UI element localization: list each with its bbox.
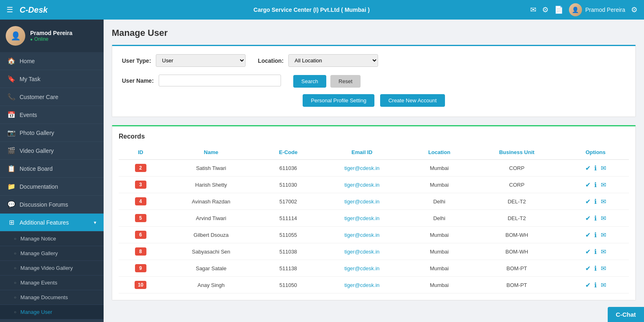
location-label: Location: [258, 57, 283, 64]
sidebar-item-events[interactable]: 📅 Events [0, 106, 104, 124]
sidebar-item-manage-video-gallery[interactable]: Manage Video Gallery [0, 261, 104, 276]
email-icon[interactable]: ✉ [601, 181, 606, 188]
sidebar-item-manage-documents[interactable]: Manage Documents [0, 290, 104, 305]
sidebar-avatar: 👤 [6, 26, 25, 46]
cell-bu: BOM-PT [471, 260, 562, 277]
sidebar-item-customer-care[interactable]: 📞 Customer Care [0, 88, 104, 106]
table-wrapper: ID Name E-Code Email ID Location Busines… [119, 145, 629, 293]
cell-id: 6 [119, 227, 162, 243]
cell-bu: CORP [471, 160, 562, 176]
table-row: 6 Gilbert Dsouza 511055 tiger@cdesk.in M… [119, 227, 629, 243]
filter-buttons: Search Reset [293, 75, 361, 88]
cell-id: 2 [119, 160, 162, 176]
gear-icon[interactable]: ⚙ [542, 5, 549, 14]
cell-options: ✔ ℹ ✉ [562, 193, 629, 210]
table-row: 5 Arvind Tiwari 511114 tiger@cdesk.in De… [119, 210, 629, 227]
verify-icon[interactable]: ✔ [585, 232, 591, 238]
sidebar-item-notice-board[interactable]: 📋 Notice Board [0, 160, 104, 178]
col-bu: Business Unit [471, 145, 562, 160]
submenu-label: Manage Notice [20, 236, 56, 242]
cell-id: 3 [119, 176, 162, 193]
cell-ecode: 511038 [260, 243, 317, 260]
cell-name: Avinash Razdan [162, 193, 259, 210]
email-icon[interactable]: ✉ [601, 248, 606, 255]
cell-options: ✔ ℹ ✉ [562, 277, 629, 293]
action-buttons: Personal Profile Setting Create New Acco… [122, 94, 626, 107]
cell-email: tiger@cdesk.in [317, 277, 407, 293]
sidebar-item-photo-gallery[interactable]: 📷 Photo Gallery [0, 124, 104, 142]
sidebar-username: Pramod Pereira [30, 30, 73, 36]
sidebar-item-manage-events[interactable]: Manage Events [0, 276, 104, 290]
verify-icon[interactable]: ✔ [585, 282, 591, 289]
sidebar-item-manage-user[interactable]: Manage User [0, 305, 104, 320]
email-icon[interactable]: ✉ [601, 282, 606, 289]
cell-id: 5 [119, 210, 162, 227]
email-icon[interactable]: ✉ [601, 265, 606, 272]
brand-area: ☰ C-Desk [7, 5, 93, 15]
sidebar-nav: 🏠 Home 🔖 My Task 📞 Customer Care 📅 Event… [0, 52, 104, 322]
sidebar-item-home[interactable]: 🏠 Home [0, 52, 104, 70]
info-icon[interactable]: ℹ [594, 282, 597, 289]
mail-icon[interactable]: ✉ [530, 5, 536, 14]
filter-location: Location: All Location Mumbai Delhi Chen… [258, 54, 378, 67]
info-icon[interactable]: ℹ [594, 248, 597, 255]
sidebar-item-label: Events [20, 112, 37, 118]
verify-icon[interactable]: ✔ [585, 215, 591, 222]
info-icon[interactable]: ℹ [594, 165, 597, 172]
email-icon[interactable]: ✉ [601, 165, 606, 172]
doc-icon[interactable]: 📄 [554, 5, 563, 14]
sidebar-submenu: Manage Notice Manage Gallery Manage Vide… [0, 232, 104, 320]
info-icon[interactable]: ℹ [594, 198, 597, 205]
sidebar-item-my-task[interactable]: 🔖 My Task [0, 70, 104, 88]
email-icon[interactable]: ✉ [601, 215, 606, 222]
user-type-select[interactable]: User Admin All [156, 54, 246, 67]
avatar: 👤 [569, 3, 582, 16]
email-icon[interactable]: ✉ [601, 198, 606, 205]
sidebar-item-video-gallery[interactable]: 🎬 Video Gallery [0, 142, 104, 160]
info-icon[interactable]: ℹ [594, 232, 597, 238]
top-settings-icon[interactable]: ⚙ [631, 5, 637, 14]
personal-profile-button[interactable]: Personal Profile Setting [303, 94, 374, 107]
hamburger-icon[interactable]: ☰ [7, 5, 13, 14]
cell-location: Mumbai [407, 260, 471, 277]
sidebar-item-additional-features[interactable]: ⊞ Additional Features ▾ [0, 214, 104, 232]
sidebar-item-documentation[interactable]: 📁 Documentation [0, 178, 104, 196]
cell-email: tiger@cdesk.in [317, 193, 407, 210]
sidebar-item-discussion-forums[interactable]: 💬 Discussion Forums [0, 196, 104, 214]
create-account-button[interactable]: Create New Account [380, 94, 445, 107]
location-select[interactable]: All Location Mumbai Delhi Chennai [288, 54, 378, 67]
verify-icon[interactable]: ✔ [585, 165, 591, 172]
sidebar-item-manage-gallery[interactable]: Manage Gallery [0, 246, 104, 261]
cell-name: Sagar Satale [162, 260, 259, 277]
filter-user-name: User Name: [122, 75, 281, 86]
verify-icon[interactable]: ✔ [585, 248, 591, 255]
table-row: 3 Harish Shetty 511030 tiger@cdesk.in Mu… [119, 176, 629, 193]
verify-icon[interactable]: ✔ [585, 181, 591, 188]
cell-bu: DEL-T2 [471, 193, 562, 210]
table-row: 2 Satish Tiwari 611036 tiger@cdesk.in Mu… [119, 160, 629, 176]
submenu-label: Manage Documents [20, 294, 68, 300]
video-icon: 🎬 [7, 147, 15, 154]
cell-name: Gilbert Dsouza [162, 227, 259, 243]
verify-icon[interactable]: ✔ [585, 198, 591, 205]
username-label: Pramod Pereira [585, 7, 625, 13]
cell-location: Delhi [407, 193, 471, 210]
sidebar: 👤 Pramod Pereira Online 🏠 Home 🔖 My Task… [0, 20, 104, 322]
cell-location: Mumbai [407, 160, 471, 176]
info-icon[interactable]: ℹ [594, 181, 597, 188]
info-icon[interactable]: ℹ [594, 215, 597, 222]
sidebar-user-panel: 👤 Pramod Pereira Online [0, 20, 104, 52]
user-name-input[interactable] [159, 75, 281, 86]
verify-icon[interactable]: ✔ [585, 265, 591, 272]
cchat-button[interactable]: C-Chat [608, 307, 644, 322]
user-name-label: User Name: [122, 77, 154, 84]
sidebar-item-manage-notice[interactable]: Manage Notice [0, 232, 104, 246]
reset-button[interactable]: Reset [330, 75, 361, 88]
submenu-label: Manage Video Gallery [20, 265, 73, 271]
email-icon[interactable]: ✉ [601, 232, 606, 238]
sidebar-item-label: My Task [20, 76, 40, 82]
search-button[interactable]: Search [293, 75, 326, 88]
info-icon[interactable]: ℹ [594, 265, 597, 272]
col-ecode: E-Code [260, 145, 317, 160]
cell-options: ✔ ℹ ✉ [562, 160, 629, 176]
